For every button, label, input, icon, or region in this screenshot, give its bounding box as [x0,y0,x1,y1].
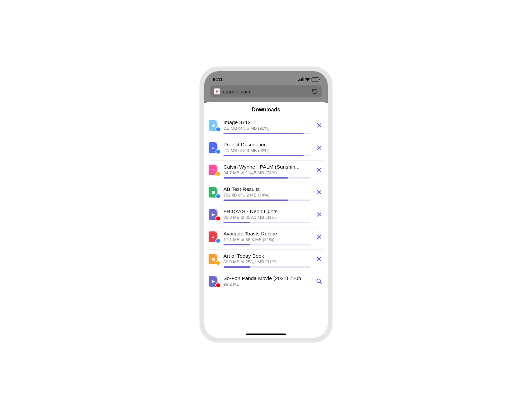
download-subtext: 80,0 MB of 258,1 MB (31%) [223,215,311,220]
site-favicon: R [214,88,220,94]
download-item[interactable]: ▲ Avocado Toasts Recipe 17,1 MB of 38,3 … [209,227,323,250]
reload-icon[interactable] [312,88,318,94]
svg-rect-1 [300,79,301,81]
address-bar[interactable]: R readdle.com [210,85,322,97]
wifi-icon [305,77,310,81]
cancel-button[interactable] [315,121,323,129]
download-item[interactable]: ♪ Calvin Wynne - PALM (Sunshin... 84,7 M… [209,161,323,183]
progress-bar [223,133,311,134]
battery-icon [312,77,319,81]
file-icon: ♪ [209,165,219,175]
source-badge-youtube [215,216,221,221]
download-title: Avocado Toasts Recipe [223,231,311,237]
cancel-button[interactable] [315,233,323,241]
progress-bar [223,200,311,201]
status-bar: 9:41 [210,75,322,85]
phone-frame: 9:41 R readdle.com Downloads ◆ Image 371… [200,67,332,342]
cancel-button[interactable] [315,255,323,263]
download-title: FRIDAYS - Neon Lights [223,208,311,214]
download-subtext: 3,2 MB of 3,5 MB (92%) [223,126,311,131]
download-subtext: 792 kB of 1,2 MB (74%) [223,193,311,198]
progress-bar [223,266,311,268]
source-badge-youtube [215,283,221,288]
download-item[interactable]: ▶ FRIDAYS - Neon Lights 80,0 MB of 258,1… [209,205,323,227]
search-button[interactable] [315,277,323,285]
source-badge-safari [215,127,221,132]
svg-rect-0 [298,80,299,81]
cancel-button[interactable] [315,188,323,196]
progress-bar [223,244,311,245]
download-subtext: 84,7 MB of 114,5 MB (74%) [223,170,311,175]
download-item[interactable]: ▶ So-Fon Panda Movie (2021) 720b 98,2 MB [209,272,323,291]
phone-screen: 9:41 R readdle.com Downloads ◆ Image 371… [204,71,328,338]
cancel-button[interactable] [315,166,323,174]
file-icon: ▣ [209,254,219,264]
status-time: 9:41 [213,76,223,82]
signal-icon [298,77,304,81]
download-subtext: 98,2 MB [223,282,311,287]
download-subtext: 2,1 MB of 2,3 MB (92%) [223,148,311,153]
download-title: Calvin Wynne - PALM (Sunshin... [223,164,311,170]
file-icon: ▦ [209,187,219,198]
progress-bar [223,177,311,179]
download-title: Art of Today Book [223,253,311,259]
progress-bar [223,222,311,223]
file-icon: ▶ [209,209,219,220]
download-item[interactable]: ≡ Project Description 2,1 MB of 2,3 MB (… [209,138,323,161]
cancel-button[interactable] [315,144,323,152]
svg-rect-3 [303,77,304,81]
file-icon: ▶ [209,276,219,287]
file-icon: ◆ [209,120,219,131]
cancel-button[interactable] [315,210,323,218]
url-text: readdle.com [223,89,309,94]
download-item[interactable]: ▣ Art of Today Book 80,0 MB of 258,1 MB … [209,250,323,272]
source-badge-onedrive [215,194,221,199]
download-item[interactable]: ◆ Image 3712 3,2 MB of 3,5 MB (92%) [209,116,323,138]
source-badge-safari [215,238,221,243]
source-badge-dropbox [215,149,221,154]
home-indicator[interactable] [246,334,286,335]
download-title: Project Description [223,142,311,148]
download-title: AB Test Results [223,186,311,192]
progress-bar [223,155,311,156]
dimmed-background: 9:41 R readdle.com [204,71,328,103]
download-title: Image 3712 [223,119,311,125]
source-badge-gdrive [215,260,221,266]
downloads-sheet: Downloads ◆ Image 3712 3,2 MB of 3,5 MB … [204,102,328,330]
svg-rect-2 [301,78,302,81]
sheet-title: Downloads [204,102,328,116]
source-badge-gdrive [215,171,221,177]
download-subtext: 80,0 MB of 258,1 MB (31%) [223,259,311,264]
file-icon: ≡ [209,142,219,153]
download-title: So-Fon Panda Movie (2021) 720b [223,275,311,281]
file-icon: ▲ [209,231,219,242]
download-list: ◆ Image 3712 3,2 MB of 3,5 MB (92%) ≡ Pr… [204,116,328,291]
download-subtext: 17,1 MB of 38,3 MB (31%) [223,237,311,242]
svg-line-19 [320,282,322,284]
download-item[interactable]: ▦ AB Test Results 792 kB of 1,2 MB (74%) [209,183,323,205]
